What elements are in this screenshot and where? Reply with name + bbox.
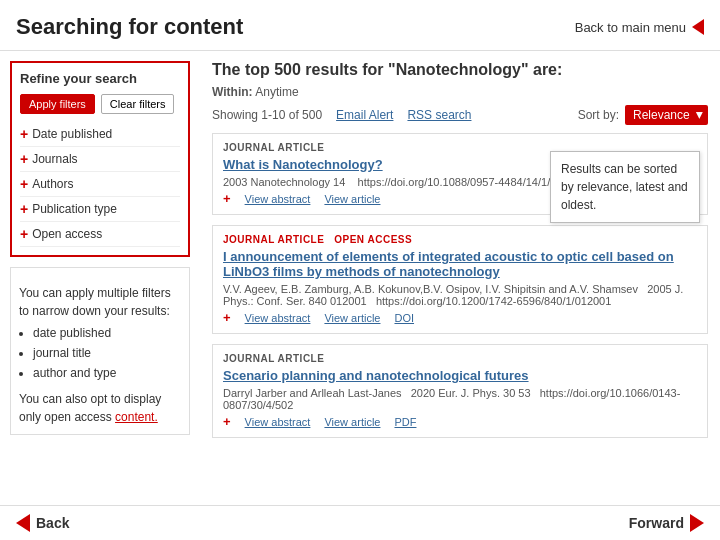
main-content: Refine your search Apply filters Clear f… — [0, 51, 720, 511]
filter-journals[interactable]: + Journals — [20, 147, 180, 172]
sort-tooltip: Results can be sorted by relevance, late… — [550, 151, 700, 223]
article-type-2: JOURNAL ARTICLE OPEN ACCESS — [223, 234, 697, 245]
filter-authors[interactable]: + Authors — [20, 172, 180, 197]
pdf-link-3[interactable]: PDF — [394, 416, 416, 428]
info-extra: You can also opt to display only open ac… — [19, 390, 181, 426]
info-text: You can apply multiple filters to narrow… — [19, 284, 181, 320]
back-arrow-icon — [16, 514, 30, 532]
info-item-2: journal title — [33, 344, 181, 362]
plus-icon-journals: + — [20, 151, 28, 167]
forward-label: Forward — [629, 515, 684, 531]
article-actions-3: + View abstract View article PDF — [223, 414, 697, 429]
plus-expand-3: + — [223, 414, 231, 429]
view-abstract-3[interactable]: View abstract — [245, 416, 311, 428]
filter-publication-type[interactable]: + Publication type — [20, 197, 180, 222]
view-abstract-2[interactable]: View abstract — [245, 312, 311, 324]
back-button[interactable]: Back — [16, 514, 69, 532]
back-header-label: Back to main menu — [575, 20, 686, 35]
article-card-3: JOURNAL ARTICLE Scenario planning and na… — [212, 344, 708, 438]
view-abstract-1[interactable]: View abstract — [245, 193, 311, 205]
results-controls: Showing 1-10 of 500 Email Alert RSS sear… — [212, 105, 708, 125]
refine-title: Refine your search — [20, 71, 180, 86]
sort-label: Sort by: — [578, 108, 619, 122]
right-panel: The top 500 results for "Nanotechnology"… — [200, 51, 720, 511]
view-article-1[interactable]: View article — [324, 193, 380, 205]
filter-buttons: Apply filters Clear filters — [20, 94, 180, 114]
info-item-1: date published — [33, 324, 181, 342]
info-item-3: author and type — [33, 364, 181, 382]
within-row: Within: Anytime — [212, 85, 708, 99]
open-access-link[interactable]: content. — [115, 410, 158, 424]
back-to-main-button[interactable]: Back to main menu — [575, 19, 704, 35]
info-box: You can apply multiple filters to narrow… — [10, 267, 190, 435]
plus-expand-2: + — [223, 310, 231, 325]
back-arrow-icon — [692, 19, 704, 35]
article-actions-2: + View abstract View article DOI — [223, 310, 697, 325]
plus-icon-date: + — [20, 126, 28, 142]
forward-arrow-icon — [690, 514, 704, 532]
filter-authors-label: Authors — [32, 177, 73, 191]
article-title-3[interactable]: Scenario planning and nanotechnological … — [223, 368, 697, 383]
email-alert-link[interactable]: Email Alert — [336, 108, 393, 122]
plus-icon-authors: + — [20, 176, 28, 192]
results-controls-left: Showing 1-10 of 500 Email Alert RSS sear… — [212, 108, 471, 122]
filter-pubtype-label: Publication type — [32, 202, 117, 216]
article-title-2[interactable]: I announcement of elements of integrated… — [223, 249, 697, 279]
tooltip-text: Results can be sorted by relevance, late… — [561, 162, 688, 212]
within-value: Anytime — [255, 85, 298, 99]
plus-icon-openaccess: + — [20, 226, 28, 242]
showing-count: Showing 1-10 of 500 — [212, 108, 322, 122]
sort-select[interactable]: Relevance Latest Oldest — [625, 105, 708, 125]
info-list: date published journal title author and … — [19, 324, 181, 382]
clear-filters-button[interactable]: Clear filters — [101, 94, 175, 114]
sortby-area: Sort by: Relevance Latest Oldest — [578, 105, 708, 125]
page-header: Searching for content Back to main menu — [0, 0, 720, 51]
plus-icon-pubtype: + — [20, 201, 28, 217]
within-label: Within: — [212, 85, 253, 99]
sort-wrapper: Relevance Latest Oldest — [625, 105, 708, 125]
view-article-2[interactable]: View article — [324, 312, 380, 324]
view-article-3[interactable]: View article — [324, 416, 380, 428]
filter-openaccess-label: Open access — [32, 227, 102, 241]
filter-journals-label: Journals — [32, 152, 77, 166]
back-label: Back — [36, 515, 69, 531]
filter-open-access[interactable]: + Open access — [20, 222, 180, 247]
page-title: Searching for content — [16, 14, 243, 40]
plus-expand-1: + — [223, 191, 231, 206]
article-meta-2: V.V. Ageev, E.B. Zamburg, A.B. Kokunov,B… — [223, 283, 697, 307]
filter-date-published[interactable]: + Date published — [20, 122, 180, 147]
forward-button[interactable]: Forward — [629, 514, 704, 532]
doi-link-2[interactable]: DOI — [394, 312, 414, 324]
article-meta-3: Darryl Jarber and Arlleah Last-Janes 202… — [223, 387, 697, 411]
apply-filters-button[interactable]: Apply filters — [20, 94, 95, 114]
filter-date-label: Date published — [32, 127, 112, 141]
left-panel: Refine your search Apply filters Clear f… — [0, 51, 200, 511]
rss-search-link[interactable]: RSS search — [407, 108, 471, 122]
article-card-2: JOURNAL ARTICLE OPEN ACCESS I announceme… — [212, 225, 708, 334]
footer: Back Forward — [0, 505, 720, 540]
refine-box: Refine your search Apply filters Clear f… — [10, 61, 190, 257]
results-title: The top 500 results for "Nanotechnology"… — [212, 61, 708, 79]
article-type-3: JOURNAL ARTICLE — [223, 353, 697, 364]
